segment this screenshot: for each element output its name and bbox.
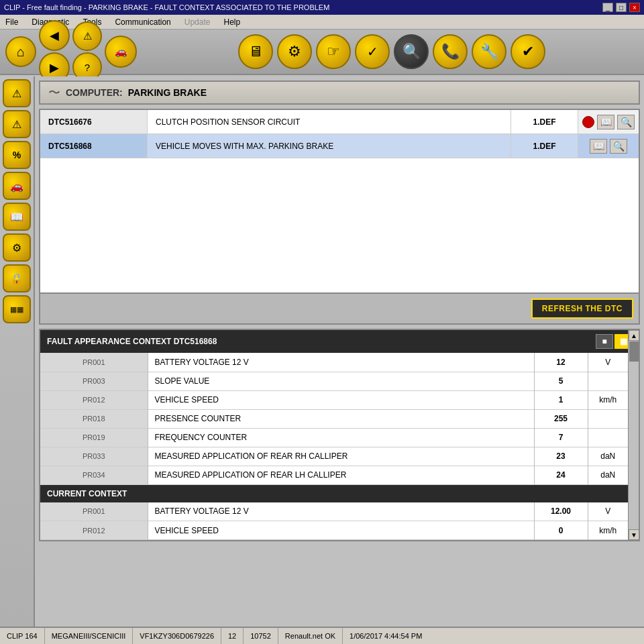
ctx-value-pr018: 255 (534, 409, 588, 428)
view-list-btn[interactable]: ■ (596, 334, 613, 349)
forward-icon: ▶ (50, 60, 59, 75)
close-btn[interactable]: × (629, 3, 640, 12)
list-view-icon: ■ (602, 337, 606, 346)
ctx-code-pr033: PR033 (40, 447, 148, 466)
book-btn-2[interactable]: 📖 (590, 139, 607, 154)
status-date: 1/06/2017 4:44:54 PM (343, 628, 429, 644)
warning1-icon: ⚠ (12, 87, 21, 100)
ctx-value-pr012: 1 (534, 390, 588, 409)
curr-ctx-row-pr001: PR001 BATTERY VOLTAGE 12 V 12.00 V (40, 502, 628, 521)
ctx-code-pr019: PR019 (40, 428, 148, 447)
curr-ctx-desc-pr001: BATTERY VOLTAGE 12 V (148, 502, 534, 521)
book-icon: 📖 (10, 211, 23, 223)
touch-button[interactable]: ☞ (316, 34, 351, 69)
dtc-icons-1: 📖 🔍 (578, 110, 639, 133)
ctx-desc-pr033: MEASURED APPLICATION OF REAR RH CALLIPER (148, 447, 534, 466)
home-icon: ⌂ (17, 44, 25, 60)
ctx-row-pr034: PR034 MEASURED APPLICATION OF REAR LH CA… (40, 466, 628, 484)
warning2-icon: ⚠ (12, 118, 21, 131)
search-button[interactable]: 🔍 (394, 34, 429, 69)
minimize-btn[interactable]: _ (602, 3, 613, 12)
computer-value: PARKING BRAKE (128, 87, 207, 98)
curr-ctx-code-pr001: PR001 (40, 502, 148, 521)
fault-context-section: FAULT APPEARANCE CONTEXT DTC516868 ■ ▦ P… (39, 329, 640, 541)
title-text: CLIP - Free fault finding - PARKING BRAK… (4, 3, 329, 11)
ctx-unit-pr018 (588, 409, 628, 428)
red-dot-icon (582, 116, 594, 128)
book-btn-1[interactable]: 📖 (597, 115, 614, 129)
back-button[interactable]: ◀ (39, 20, 70, 51)
warning-button[interactable]: ⚠ (72, 21, 102, 51)
ctx-desc-pr012: VEHICLE SPEED (148, 390, 534, 409)
status-vin: VF1KZY306D0679226 (133, 628, 221, 644)
toolbar-right: 🖥 ⚙ ☞ ✓ 🔍 📞 🔧 ✔ (145, 34, 639, 69)
sidebar: ⚠ ⚠ % 🚗 📖 ⚙ 🔒 ▦▦ (0, 76, 35, 627)
scroll-track (629, 362, 639, 529)
ctx-row-pr033: PR033 MEASURED APPLICATION OF REAR RH CA… (40, 447, 628, 466)
ctx-row-pr012: PR012 VEHICLE SPEED 1 km/h (40, 390, 628, 409)
lock-icon: 🔒 (10, 272, 23, 285)
ctx-row-pr003: PR003 SLOPE VALUE 5 (40, 372, 628, 390)
toolbar-left: ⌂ ◀ ▶ ⚠ ? 🚗 (5, 20, 137, 83)
scroll-up-arrow[interactable]: ▲ (629, 330, 639, 341)
ctx-desc-pr003: SLOPE VALUE (148, 372, 534, 390)
fault-scrollbar[interactable]: ▲ ▼ (628, 330, 639, 540)
ctx-code-pr012: PR012 (40, 390, 148, 409)
dtc-empty-space (40, 158, 639, 292)
menu-help[interactable]: Help (221, 17, 243, 28)
sidebar-warning2[interactable]: ⚠ (3, 110, 31, 138)
computer-button[interactable]: 🖥 (238, 34, 273, 69)
sidebar-lock[interactable]: 🔒 (3, 264, 31, 292)
ctx-desc-pr001: BATTERY VOLTAGE 12 V (148, 353, 534, 372)
ctx-row-pr001: PR001 BATTERY VOLTAGE 12 V 12 V (40, 353, 628, 372)
zoom-btn-2[interactable]: 🔍 (610, 139, 627, 154)
title-bar-controls[interactable]: _ □ × (602, 3, 640, 12)
dtc-code-2: DTC516868 (40, 134, 148, 158)
sidebar-percent[interactable]: % (3, 141, 31, 169)
curr-ctx-value-pr012: 0 (534, 521, 588, 540)
ctx-code-pr034: PR034 (40, 466, 148, 484)
sidebar-book[interactable]: 📖 (3, 203, 31, 231)
ctx-unit-pr001: V (588, 353, 628, 372)
refresh-dtc-button[interactable]: REFRESH THE DTC (531, 299, 633, 319)
home-button[interactable]: ⌂ (5, 36, 36, 67)
zoom-btn-1[interactable]: 🔍 (617, 115, 635, 129)
fault-context-title: FAULT APPEARANCE CONTEXT DTC516868 (47, 337, 217, 346)
computer-arrow-icon: 〜 (48, 85, 60, 101)
dtc-row-2[interactable]: DTC516868 VEHICLE MOVES WITH MAX. PARKIN… (40, 134, 639, 158)
car2-icon: 🚗 (10, 180, 23, 193)
confirm-button[interactable]: ✔ (511, 34, 545, 69)
scroll-thumb[interactable] (629, 341, 639, 362)
main-content: 〜 COMPUTER: PARKING BRAKE DTC516676 CLUT… (35, 76, 644, 627)
menu-update[interactable]: Update (182, 17, 213, 28)
car-icon: 🚗 (115, 46, 127, 58)
ctx-unit-pr034: daN (588, 466, 628, 484)
sidebar-gear[interactable]: ⚙ (3, 233, 31, 262)
ctx-desc-pr019: FREQUENCY COUNTER (148, 428, 534, 447)
help-icon: ? (85, 62, 90, 73)
status-vehicle: MEGANEIII/SCENICIII (45, 628, 133, 644)
checklist-button[interactable]: ✓ (355, 34, 390, 69)
ctx-code-pr018: PR018 (40, 409, 148, 428)
scroll-down-arrow[interactable]: ▼ (629, 529, 639, 540)
sidebar-car[interactable]: 🚗 (3, 172, 31, 200)
sidebar-barcode[interactable]: ▦▦ (3, 295, 31, 323)
dtc-row-1[interactable]: DTC516676 CLUTCH POSITION SENSOR CIRCUIT… (40, 110, 639, 134)
wrench-button[interactable]: 🔧 (472, 34, 506, 69)
toolbar: ⌂ ◀ ▶ ⚠ ? 🚗 🖥 ⚙ ☞ (0, 30, 644, 75)
ctx-value-pr019: 7 (534, 428, 588, 447)
curr-ctx-unit-pr001: V (588, 502, 628, 521)
wrench-icon: 🔧 (480, 43, 498, 60)
car-button[interactable]: 🚗 (105, 36, 137, 68)
status-renault: Renault.net OK (278, 628, 343, 644)
gearbox-button[interactable]: ⚙ (277, 34, 312, 69)
dtc-desc-1: CLUTCH POSITION SENSOR CIRCUIT (148, 110, 511, 133)
maximize-btn[interactable]: □ (616, 3, 627, 12)
current-context-header: CURRENT CONTEXT (40, 485, 628, 502)
computer-header: 〜 COMPUTER: PARKING BRAKE (39, 80, 640, 105)
phone-button[interactable]: 📞 (433, 34, 468, 69)
title-bar: CLIP - Free fault finding - PARKING BRAK… (0, 0, 644, 15)
ctx-code-pr003: PR003 (40, 372, 148, 390)
phone-icon: 📞 (441, 43, 460, 60)
sidebar-warning1[interactable]: ⚠ (3, 79, 31, 107)
